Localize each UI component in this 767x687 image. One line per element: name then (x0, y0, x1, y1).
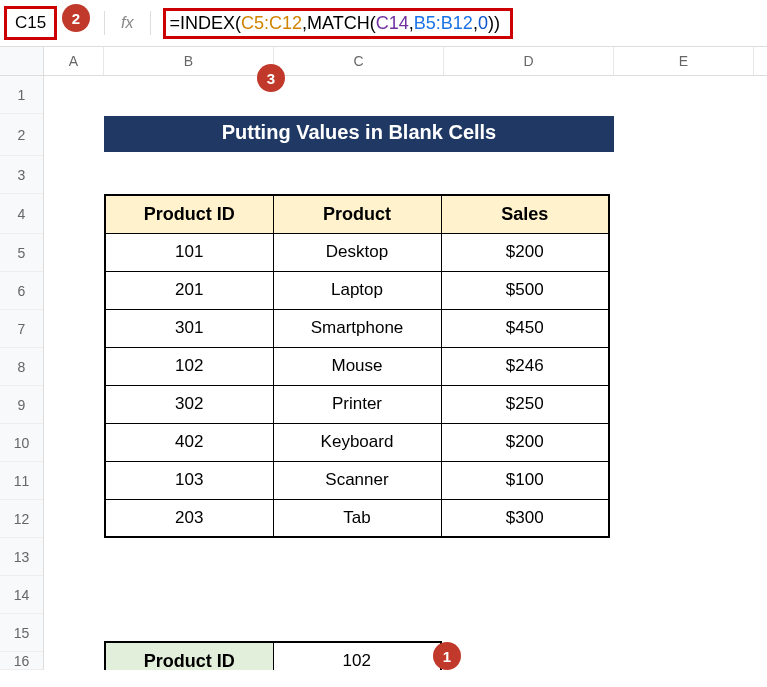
table-row: 201Laptop$500 (105, 271, 609, 309)
formula-fn-index: INDEX (180, 13, 235, 34)
cell[interactable]: $300 (441, 499, 609, 537)
table-row: 301Smartphone$450 (105, 309, 609, 347)
formula-range-2: B5:B12 (414, 13, 473, 34)
cell[interactable]: Keyboard (273, 423, 441, 461)
cell[interactable]: 103 (105, 461, 273, 499)
row-header-12[interactable]: 12 (0, 500, 43, 538)
cell[interactable]: 402 (105, 423, 273, 461)
cell[interactable]: Laptop (273, 271, 441, 309)
cell[interactable]: $200 (441, 233, 609, 271)
formula-num: 0 (478, 13, 488, 34)
cells-area[interactable]: Putting Values in Blank Cells Product ID… (44, 76, 767, 670)
row-header-13[interactable]: 13 (0, 538, 43, 576)
fx-label: fx (121, 14, 133, 32)
column-headers: A B C D E (0, 46, 767, 76)
annotation-callout-1: 1 (433, 642, 461, 670)
divider (104, 11, 105, 35)
cell[interactable]: 201 (105, 271, 273, 309)
cell[interactable]: $450 (441, 309, 609, 347)
name-box[interactable]: C15 (4, 6, 57, 40)
formula-ref-c14: C14 (376, 13, 409, 34)
row-header-7[interactable]: 7 (0, 310, 43, 348)
row-header-11[interactable]: 11 (0, 462, 43, 500)
formula-range-1: C5:C12 (241, 13, 302, 34)
row-header-4[interactable]: 4 (0, 194, 43, 234)
formula-bar: C15 ▼ fx =INDEX(C5:C12,MATCH(C14,B5:B12,… (0, 0, 767, 46)
row-header-5[interactable]: 5 (0, 234, 43, 272)
data-table: Product ID Product Sales 101Desktop$200 … (104, 194, 610, 538)
header-product-id[interactable]: Product ID (105, 195, 273, 233)
row-headers: 1 2 3 4 5 6 7 8 9 10 11 12 13 14 15 16 (0, 76, 44, 670)
table-row: 402Keyboard$200 (105, 423, 609, 461)
row-header-1[interactable]: 1 (0, 76, 43, 114)
row-header-6[interactable]: 6 (0, 272, 43, 310)
title-banner: Putting Values in Blank Cells (104, 116, 614, 152)
row-header-14[interactable]: 14 (0, 576, 43, 614)
cell[interactable]: Smartphone (273, 309, 441, 347)
table-row: 203Tab$300 (105, 499, 609, 537)
cell[interactable]: $100 (441, 461, 609, 499)
col-header-a[interactable]: A (44, 47, 104, 75)
cell[interactable]: $250 (441, 385, 609, 423)
cell[interactable]: Printer (273, 385, 441, 423)
cell[interactable]: 203 (105, 499, 273, 537)
lookup-table: Product ID 102 Product ◈Mouse (104, 641, 442, 670)
row-header-15[interactable]: 15 (0, 614, 43, 652)
cell[interactable]: $500 (441, 271, 609, 309)
cell[interactable]: $200 (441, 423, 609, 461)
cell[interactable]: 102 (105, 347, 273, 385)
lookup-value-product-id[interactable]: 102 (273, 642, 441, 670)
cell[interactable]: Desktop (273, 233, 441, 271)
table-row: 103Scanner$100 (105, 461, 609, 499)
cell[interactable]: Scanner (273, 461, 441, 499)
header-sales[interactable]: Sales (441, 195, 609, 233)
divider (150, 11, 151, 35)
row-header-3[interactable]: 3 (0, 156, 43, 194)
formula-input[interactable]: =INDEX(C5:C12,MATCH(C14,B5:B12,0)) (163, 8, 513, 39)
cell[interactable]: Mouse (273, 347, 441, 385)
select-all-corner[interactable] (0, 47, 44, 75)
lookup-label-product-id[interactable]: Product ID (105, 642, 273, 670)
col-header-c[interactable]: C (274, 47, 444, 75)
spreadsheet-grid: A B C D E 1 2 3 4 5 6 7 8 9 10 11 12 13 … (0, 46, 767, 670)
cell[interactable]: $246 (441, 347, 609, 385)
lookup-row-id: Product ID 102 (105, 642, 441, 670)
row-header-10[interactable]: 10 (0, 424, 43, 462)
table-header-row: Product ID Product Sales (105, 195, 609, 233)
cell[interactable]: Tab (273, 499, 441, 537)
annotation-callout-3: 3 (257, 64, 285, 92)
row-header-9[interactable]: 9 (0, 386, 43, 424)
row-header-2[interactable]: 2 (0, 114, 43, 156)
col-header-d[interactable]: D (444, 47, 614, 75)
col-header-e[interactable]: E (614, 47, 754, 75)
annotation-callout-2: 2 (62, 4, 90, 32)
table-row: 302Printer$250 (105, 385, 609, 423)
cell[interactable]: 101 (105, 233, 273, 271)
cell[interactable]: 301 (105, 309, 273, 347)
cell[interactable]: 302 (105, 385, 273, 423)
formula-fn-match: MATCH (307, 13, 370, 34)
table-row: 102Mouse$246 (105, 347, 609, 385)
table-row: 101Desktop$200 (105, 233, 609, 271)
row-header-8[interactable]: 8 (0, 348, 43, 386)
header-product[interactable]: Product (273, 195, 441, 233)
col-header-b[interactable]: B (104, 47, 274, 75)
row-header-16[interactable]: 16 (0, 652, 43, 670)
